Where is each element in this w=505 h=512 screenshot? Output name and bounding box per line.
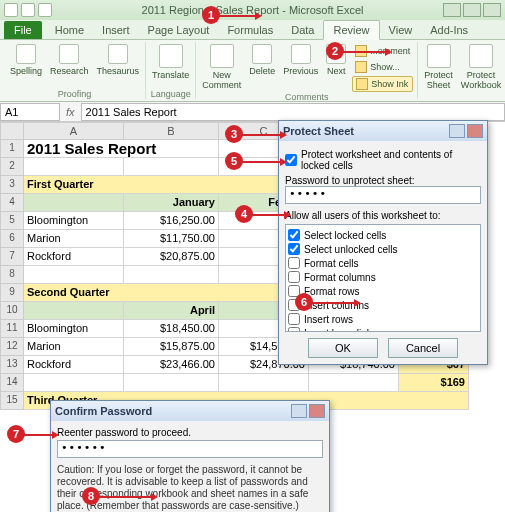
group-language: Translate Language [146,42,196,99]
callout-3: 3 [225,125,243,143]
arrow-1 [218,15,256,17]
dialog-close-icon[interactable] [467,124,483,138]
tab-page-layout[interactable]: Page Layout [139,21,219,39]
dialog-title: Protect Sheet [283,125,354,137]
research-button[interactable]: Research [48,42,91,78]
translate-button[interactable]: Translate [150,42,191,82]
perm-item[interactable]: Format rows [288,285,478,297]
fx-icon[interactable]: fx [60,106,81,118]
save-icon[interactable] [21,3,35,17]
excel-icon [4,3,18,17]
arrow-5 [241,161,281,163]
close-icon[interactable] [483,3,501,17]
callout-4: 4 [235,205,253,223]
tab-addins[interactable]: Add-Ins [421,21,477,39]
dialog-title-bar[interactable]: Protect Sheet [279,121,487,141]
protect-workbook-button[interactable]: Protect Workbook [459,42,503,92]
perm-item[interactable]: Insert rows [288,313,478,325]
perm-item[interactable]: Select unlocked cells [288,243,478,255]
confirm-title-bar[interactable]: Confirm Password [51,401,329,421]
arrow-8 [98,496,152,498]
callout-2: 2 [326,42,344,60]
dialog-help-icon[interactable] [449,124,465,138]
group-label-language: Language [150,89,191,99]
ink-icon [356,78,368,90]
callout-7: 7 [7,425,25,443]
permissions-list[interactable]: Select locked cellsSelect unlocked cells… [285,224,481,332]
show-ink-button[interactable]: Show Ink [352,76,413,92]
confirm-label: Reenter password to proceed. [57,427,323,438]
callout-5: 5 [225,152,243,170]
formula-bar: A1 fx 2011 Sales Report [0,102,505,122]
group-changes: Protect Sheet Protect Workbook Share Wor… [418,42,505,99]
thesaurus-button[interactable]: Thesaurus [95,42,142,78]
arrow-7 [23,434,53,436]
confirm-password-input[interactable]: •••••• [57,440,323,458]
minimize-icon[interactable] [443,3,461,17]
group-label-comments: Comments [200,92,413,102]
protect-sheet-button[interactable]: Protect Sheet [422,42,455,92]
perm-item[interactable]: Format cells [288,257,478,269]
group-label-proofing: Proofing [8,89,141,99]
tab-view[interactable]: View [380,21,422,39]
previous-comment-button[interactable]: Previous [281,42,320,78]
tab-data[interactable]: Data [282,21,323,39]
show-icon [355,61,367,73]
show-button[interactable]: Show... [352,60,413,74]
name-box[interactable]: A1 [0,103,60,121]
undo-icon[interactable] [38,3,52,17]
protect-contents-checkbox[interactable]: Protect worksheet and contents of locked… [285,149,481,171]
confirm-dialog-title: Confirm Password [55,405,152,417]
quick-access-toolbar [4,3,52,17]
callout-6: 6 [295,293,313,311]
ribbon-tabs: File Home Insert Page Layout Formulas Da… [0,20,505,40]
title-bar: 2011 Regional Sales Report - Microsoft E… [0,0,505,20]
confirm-help-icon[interactable] [291,404,307,418]
perm-item[interactable]: Format columns [288,271,478,283]
tab-review[interactable]: Review [323,20,379,40]
allow-label: Allow all users of this worksheet to: [285,210,481,221]
arrow-2 [342,51,386,53]
delete-comment-button[interactable]: Delete [247,42,277,78]
password-input[interactable]: ••••• [285,186,481,204]
confirm-caution-text: Caution: If you lose or forget the passw… [57,464,323,512]
tab-file[interactable]: File [4,21,42,39]
perm-item[interactable]: Select locked cells [288,229,478,241]
cancel-button[interactable]: Cancel [388,338,458,358]
password-label: Password to unprotect sheet: [285,175,481,186]
arrow-4 [251,214,285,216]
tab-home[interactable]: Home [46,21,93,39]
window-controls [443,3,501,17]
ribbon: Spelling Research Thesaurus Proofing Tra… [0,40,505,102]
arrow-3 [241,134,281,136]
tab-insert[interactable]: Insert [93,21,139,39]
tab-formulas[interactable]: Formulas [218,21,282,39]
formula-input[interactable]: 2011 Sales Report [81,103,505,121]
new-comment-button[interactable]: New Comment [200,42,243,92]
callout-1: 1 [202,6,220,24]
callout-8: 8 [82,487,100,505]
protect-sheet-dialog: Protect Sheet Protect worksheet and cont… [278,120,488,365]
confirm-close-icon[interactable] [309,404,325,418]
perm-item[interactable]: Insert columns [288,299,478,311]
perm-item[interactable]: Insert hyperlinks [288,327,478,332]
ok-button[interactable]: OK [308,338,378,358]
group-proofing: Spelling Research Thesaurus Proofing [4,42,146,99]
spelling-button[interactable]: Spelling [8,42,44,78]
arrow-6 [311,302,355,304]
maximize-icon[interactable] [463,3,481,17]
